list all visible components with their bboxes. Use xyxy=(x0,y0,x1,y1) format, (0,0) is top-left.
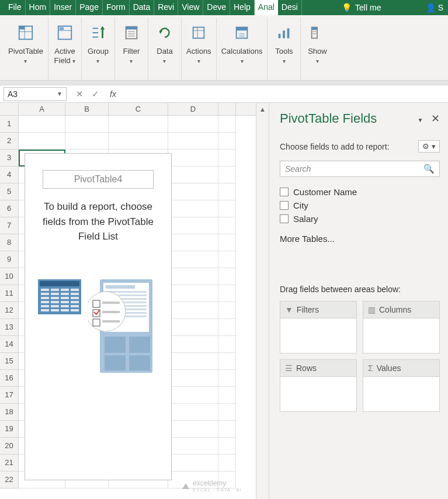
cell[interactable] xyxy=(218,116,236,133)
name-box[interactable]: A3 ▼ xyxy=(4,87,67,101)
gear-button[interactable]: ⚙ ▾ xyxy=(418,140,440,153)
cell[interactable] xyxy=(218,234,236,251)
cancel-icon[interactable]: ✕ xyxy=(76,89,84,99)
chevron-down-icon[interactable]: ▼ xyxy=(57,91,62,97)
checkbox[interactable] xyxy=(280,214,289,223)
cell[interactable] xyxy=(218,353,236,370)
col-header-a[interactable]: A xyxy=(19,103,65,115)
tab-analyze[interactable]: Anal xyxy=(255,0,278,15)
cell[interactable] xyxy=(218,319,236,336)
fx-icon[interactable]: fx xyxy=(107,89,116,99)
col-header-d[interactable]: D xyxy=(168,103,218,115)
tab-insert[interactable]: Inser xyxy=(50,0,76,15)
row-header[interactable]: 9 xyxy=(0,251,19,268)
cell[interactable] xyxy=(168,251,218,268)
field-salary[interactable]: Salary xyxy=(280,212,440,226)
cell[interactable] xyxy=(218,167,236,183)
row-header[interactable]: 2 xyxy=(0,133,19,150)
checkbox[interactable] xyxy=(280,188,289,196)
worksheet[interactable]: A B C D 12345678910111213141516171819202… xyxy=(0,103,256,499)
area-columns[interactable]: ▥Columns xyxy=(363,301,440,354)
cell[interactable] xyxy=(168,421,218,438)
cell[interactable] xyxy=(218,133,236,150)
row-header[interactable]: 22 xyxy=(0,472,19,488)
cell[interactable] xyxy=(19,116,65,133)
cell[interactable] xyxy=(168,455,218,472)
cell[interactable] xyxy=(218,302,236,319)
cell[interactable] xyxy=(168,404,218,421)
pivottable-placeholder[interactable]: PivotTable4 To build a report, choose fi… xyxy=(25,153,172,480)
cell[interactable] xyxy=(168,200,218,217)
fields-pane-menu-icon[interactable]: ▼ xyxy=(417,117,423,123)
ribbon-data[interactable]: Data▾ xyxy=(148,18,182,80)
tab-help[interactable]: Help xyxy=(230,0,255,15)
row-header[interactable]: 15 xyxy=(0,353,19,370)
cell[interactable] xyxy=(65,133,109,150)
cell[interactable] xyxy=(168,268,218,285)
cell[interactable] xyxy=(109,133,168,150)
row-header[interactable]: 5 xyxy=(0,183,19,200)
more-tables-link[interactable]: More Tables... xyxy=(280,234,440,244)
col-header-partial[interactable] xyxy=(218,103,236,115)
cell[interactable] xyxy=(218,438,236,455)
cell[interactable] xyxy=(168,387,218,404)
ribbon-calculations[interactable]: Calculations▾ xyxy=(217,18,268,80)
cell[interactable] xyxy=(168,217,218,234)
row-header[interactable]: 12 xyxy=(0,302,19,319)
share-button[interactable]: 👤 S xyxy=(421,0,448,15)
area-filters[interactable]: ▼Filters xyxy=(280,301,357,354)
cell[interactable] xyxy=(168,150,218,167)
cell[interactable] xyxy=(168,167,218,183)
row-header[interactable]: 11 xyxy=(0,285,19,302)
cell[interactable] xyxy=(218,285,236,302)
tab-review[interactable]: Revi xyxy=(154,0,178,15)
cell[interactable] xyxy=(168,336,218,353)
row-header[interactable]: 13 xyxy=(0,319,19,336)
cell[interactable] xyxy=(168,302,218,319)
close-icon[interactable]: ✕ xyxy=(431,113,440,124)
ribbon-show[interactable]: Show▾ xyxy=(301,18,334,80)
cell[interactable] xyxy=(218,404,236,421)
vertical-scrollbar[interactable]: ▲ xyxy=(256,103,269,499)
select-all-corner[interactable] xyxy=(0,103,19,115)
col-header-b[interactable]: B xyxy=(65,103,109,115)
tell-me[interactable]: 💡 Tell me xyxy=(336,0,387,15)
tab-file[interactable]: File xyxy=(5,0,26,15)
tab-formulas[interactable]: Form xyxy=(103,0,130,15)
cell[interactable] xyxy=(218,268,236,285)
cell[interactable] xyxy=(168,370,218,387)
row-header[interactable]: 7 xyxy=(0,217,19,234)
area-values[interactable]: ΣValues xyxy=(363,359,440,412)
cell[interactable] xyxy=(168,183,218,200)
ribbon-group[interactable]: Group▾ xyxy=(82,18,115,80)
cell[interactable] xyxy=(168,319,218,336)
cell[interactable] xyxy=(218,421,236,438)
ribbon-activefield[interactable]: ActiveField ▾ xyxy=(48,18,82,80)
cell[interactable] xyxy=(109,116,168,133)
tab-developer[interactable]: Deve xyxy=(203,0,230,15)
field-search-input[interactable]: Search 🔍 xyxy=(280,161,440,177)
tab-view[interactable]: View xyxy=(178,0,203,15)
row-header[interactable]: 16 xyxy=(0,370,19,387)
cell[interactable] xyxy=(218,200,236,217)
scroll-up-icon[interactable]: ▲ xyxy=(256,103,269,116)
row-header[interactable]: 8 xyxy=(0,234,19,251)
cell[interactable] xyxy=(168,133,218,150)
tab-design[interactable]: Desi xyxy=(278,0,302,15)
ribbon-tools[interactable]: Tools▾ xyxy=(268,18,301,80)
row-header[interactable]: 6 xyxy=(0,200,19,217)
cell[interactable] xyxy=(218,387,236,404)
tab-page[interactable]: Page xyxy=(76,0,103,15)
checkbox[interactable] xyxy=(280,201,289,210)
row-header[interactable]: 21 xyxy=(0,455,19,472)
tab-data[interactable]: Data xyxy=(130,0,155,15)
area-rows[interactable]: ☰Rows xyxy=(280,359,357,412)
row-header[interactable]: 17 xyxy=(0,387,19,404)
ribbon-actions[interactable]: Actions▾ xyxy=(182,18,217,80)
tab-home[interactable]: Hom xyxy=(26,0,51,15)
cell[interactable] xyxy=(218,217,236,234)
field-customer-name[interactable]: Customer Name xyxy=(280,185,440,199)
enter-icon[interactable]: ✓ xyxy=(92,89,99,99)
cell[interactable] xyxy=(168,116,218,133)
cell[interactable] xyxy=(218,183,236,200)
